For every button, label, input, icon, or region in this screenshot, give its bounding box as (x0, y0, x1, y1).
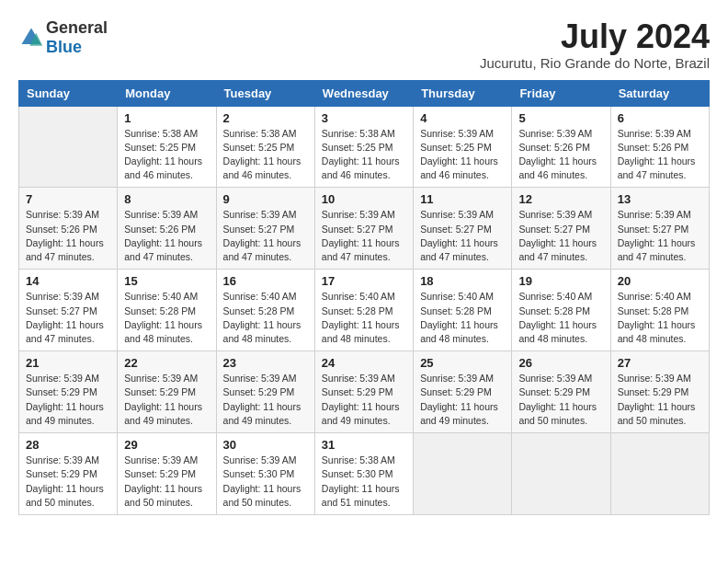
day-number: 21 (26, 356, 110, 370)
day-info: Sunrise: 5:38 AM Sunset: 5:25 PM Dayligh… (124, 127, 209, 183)
calendar-cell: 27Sunrise: 5:39 AM Sunset: 5:29 PM Dayli… (610, 351, 709, 433)
day-number: 9 (223, 192, 308, 206)
day-info: Sunrise: 5:39 AM Sunset: 5:26 PM Dayligh… (618, 127, 702, 183)
calendar-week-row-2: 7Sunrise: 5:39 AM Sunset: 5:26 PM Daylig… (19, 188, 710, 270)
weekday-header-tuesday: Tuesday (216, 80, 314, 106)
day-info: Sunrise: 5:40 AM Sunset: 5:28 PM Dayligh… (322, 290, 406, 346)
calendar-week-row-1: 1Sunrise: 5:38 AM Sunset: 5:25 PM Daylig… (19, 106, 710, 188)
logo-text-blue: Blue (46, 38, 82, 56)
calendar-cell (610, 433, 709, 515)
day-info: Sunrise: 5:39 AM Sunset: 5:27 PM Dayligh… (26, 290, 110, 346)
day-info: Sunrise: 5:39 AM Sunset: 5:29 PM Dayligh… (420, 372, 505, 428)
calendar-week-row-5: 28Sunrise: 5:39 AM Sunset: 5:29 PM Dayli… (19, 433, 710, 515)
day-info: Sunrise: 5:39 AM Sunset: 5:29 PM Dayligh… (518, 372, 603, 428)
day-number: 22 (124, 356, 209, 370)
day-number: 23 (223, 356, 308, 370)
day-info: Sunrise: 5:38 AM Sunset: 5:25 PM Dayligh… (223, 127, 308, 183)
calendar-week-row-3: 14Sunrise: 5:39 AM Sunset: 5:27 PM Dayli… (19, 270, 710, 351)
weekday-header-friday: Friday (512, 80, 610, 106)
calendar-cell: 13Sunrise: 5:39 AM Sunset: 5:27 PM Dayli… (610, 188, 709, 270)
calendar-table: SundayMondayTuesdayWednesdayThursdayFrid… (18, 80, 710, 515)
day-info: Sunrise: 5:40 AM Sunset: 5:28 PM Dayligh… (124, 290, 209, 346)
day-number: 28 (26, 438, 110, 452)
location-subtitle: Jucurutu, Rio Grande do Norte, Brazil (480, 55, 710, 71)
title-block: July 2024 Jucurutu, Rio Grande do Norte,… (480, 18, 710, 71)
day-number: 14 (26, 274, 110, 288)
day-number: 25 (420, 356, 505, 370)
calendar-cell: 25Sunrise: 5:39 AM Sunset: 5:29 PM Dayli… (414, 351, 512, 433)
day-number: 27 (618, 356, 702, 370)
day-number: 15 (124, 274, 209, 288)
logo: General Blue (18, 18, 108, 57)
day-number: 1 (124, 111, 209, 125)
weekday-header-wednesday: Wednesday (314, 80, 413, 106)
day-number: 16 (223, 274, 308, 288)
weekday-header-thursday: Thursday (414, 80, 512, 106)
calendar-cell: 3Sunrise: 5:38 AM Sunset: 5:25 PM Daylig… (314, 106, 413, 188)
calendar-cell (19, 106, 118, 188)
day-number: 11 (420, 192, 505, 206)
day-number: 12 (518, 192, 603, 206)
page-header: General Blue July 2024 Jucurutu, Rio Gra… (18, 18, 710, 71)
day-info: Sunrise: 5:39 AM Sunset: 5:27 PM Dayligh… (223, 208, 308, 264)
weekday-header-monday: Monday (118, 80, 216, 106)
day-info: Sunrise: 5:39 AM Sunset: 5:26 PM Dayligh… (518, 127, 603, 183)
calendar-cell (512, 433, 610, 515)
day-number: 5 (518, 111, 603, 125)
day-number: 17 (322, 274, 406, 288)
calendar-cell: 17Sunrise: 5:40 AM Sunset: 5:28 PM Dayli… (314, 270, 413, 351)
day-number: 10 (322, 192, 406, 206)
day-number: 29 (124, 438, 209, 452)
calendar-cell (414, 433, 512, 515)
calendar-cell: 18Sunrise: 5:40 AM Sunset: 5:28 PM Dayli… (414, 270, 512, 351)
calendar-cell: 24Sunrise: 5:39 AM Sunset: 5:29 PM Dayli… (314, 351, 413, 433)
day-info: Sunrise: 5:38 AM Sunset: 5:30 PM Dayligh… (322, 454, 406, 510)
day-info: Sunrise: 5:40 AM Sunset: 5:28 PM Dayligh… (518, 290, 603, 346)
day-number: 31 (322, 438, 406, 452)
calendar-cell: 11Sunrise: 5:39 AM Sunset: 5:27 PM Dayli… (414, 188, 512, 270)
day-info: Sunrise: 5:39 AM Sunset: 5:29 PM Dayligh… (124, 454, 209, 510)
month-year-title: July 2024 (480, 18, 710, 55)
calendar-cell: 31Sunrise: 5:38 AM Sunset: 5:30 PM Dayli… (314, 433, 413, 515)
weekday-header-sunday: Sunday (19, 80, 118, 106)
calendar-cell: 29Sunrise: 5:39 AM Sunset: 5:29 PM Dayli… (118, 433, 216, 515)
calendar-cell: 10Sunrise: 5:39 AM Sunset: 5:27 PM Dayli… (314, 188, 413, 270)
day-number: 4 (420, 111, 505, 125)
weekday-header-saturday: Saturday (610, 80, 709, 106)
day-info: Sunrise: 5:40 AM Sunset: 5:28 PM Dayligh… (618, 290, 702, 346)
day-info: Sunrise: 5:40 AM Sunset: 5:28 PM Dayligh… (223, 290, 308, 346)
calendar-cell: 20Sunrise: 5:40 AM Sunset: 5:28 PM Dayli… (610, 270, 709, 351)
calendar-cell: 15Sunrise: 5:40 AM Sunset: 5:28 PM Dayli… (118, 270, 216, 351)
calendar-cell: 16Sunrise: 5:40 AM Sunset: 5:28 PM Dayli… (216, 270, 314, 351)
day-number: 2 (223, 111, 308, 125)
calendar-cell: 26Sunrise: 5:39 AM Sunset: 5:29 PM Dayli… (512, 351, 610, 433)
calendar-cell: 2Sunrise: 5:38 AM Sunset: 5:25 PM Daylig… (216, 106, 314, 188)
calendar-cell: 4Sunrise: 5:39 AM Sunset: 5:25 PM Daylig… (414, 106, 512, 188)
day-info: Sunrise: 5:39 AM Sunset: 5:30 PM Dayligh… (223, 454, 308, 510)
calendar-cell: 28Sunrise: 5:39 AM Sunset: 5:29 PM Dayli… (19, 433, 118, 515)
calendar-cell: 5Sunrise: 5:39 AM Sunset: 5:26 PM Daylig… (512, 106, 610, 188)
day-number: 26 (518, 356, 603, 370)
day-info: Sunrise: 5:39 AM Sunset: 5:26 PM Dayligh… (26, 208, 110, 264)
calendar-cell: 9Sunrise: 5:39 AM Sunset: 5:27 PM Daylig… (216, 188, 314, 270)
day-info: Sunrise: 5:39 AM Sunset: 5:29 PM Dayligh… (618, 372, 702, 428)
day-info: Sunrise: 5:39 AM Sunset: 5:27 PM Dayligh… (420, 208, 505, 264)
day-info: Sunrise: 5:39 AM Sunset: 5:27 PM Dayligh… (322, 208, 406, 264)
calendar-week-row-4: 21Sunrise: 5:39 AM Sunset: 5:29 PM Dayli… (19, 351, 710, 433)
calendar-cell: 7Sunrise: 5:39 AM Sunset: 5:26 PM Daylig… (19, 188, 118, 270)
day-number: 30 (223, 438, 308, 452)
logo-icon (18, 25, 44, 51)
day-info: Sunrise: 5:39 AM Sunset: 5:27 PM Dayligh… (618, 208, 702, 264)
calendar-cell: 14Sunrise: 5:39 AM Sunset: 5:27 PM Dayli… (19, 270, 118, 351)
calendar-cell: 12Sunrise: 5:39 AM Sunset: 5:27 PM Dayli… (512, 188, 610, 270)
calendar-cell: 1Sunrise: 5:38 AM Sunset: 5:25 PM Daylig… (118, 106, 216, 188)
calendar-cell: 23Sunrise: 5:39 AM Sunset: 5:29 PM Dayli… (216, 351, 314, 433)
calendar-cell: 8Sunrise: 5:39 AM Sunset: 5:26 PM Daylig… (118, 188, 216, 270)
weekday-header-row: SundayMondayTuesdayWednesdayThursdayFrid… (19, 80, 710, 106)
day-info: Sunrise: 5:39 AM Sunset: 5:29 PM Dayligh… (124, 372, 209, 428)
day-info: Sunrise: 5:39 AM Sunset: 5:29 PM Dayligh… (223, 372, 308, 428)
day-info: Sunrise: 5:39 AM Sunset: 5:26 PM Dayligh… (124, 208, 209, 264)
logo-text-general: General (46, 18, 108, 37)
day-info: Sunrise: 5:39 AM Sunset: 5:29 PM Dayligh… (322, 372, 406, 428)
day-number: 6 (618, 111, 702, 125)
